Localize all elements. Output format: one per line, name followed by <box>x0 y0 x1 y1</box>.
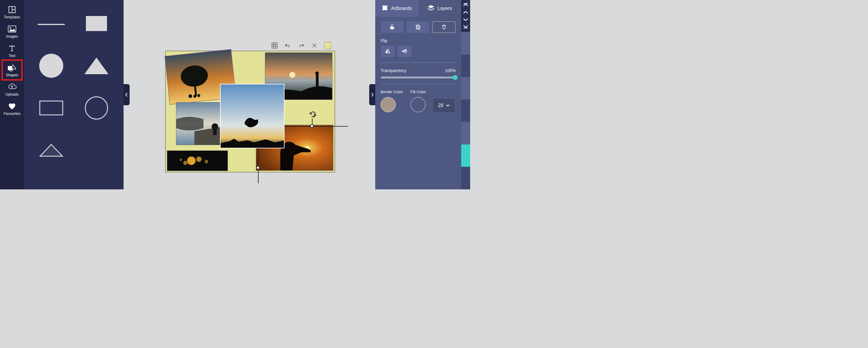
image-dock-reflection[interactable] <box>176 103 227 145</box>
images-icon <box>1 25 23 33</box>
nav-text[interactable]: Text <box>1 41 23 60</box>
border-width-value: 28 <box>438 103 443 108</box>
transparency-section: Transparency 100% <box>381 68 456 79</box>
svg-rect-5 <box>8 66 12 70</box>
svg-rect-48 <box>417 26 420 29</box>
tab-label: Artboards <box>391 6 412 11</box>
templates-icon <box>1 5 23 14</box>
svg-point-30 <box>212 123 218 130</box>
tab-layers[interactable]: Layers <box>418 0 461 17</box>
layer-cells <box>461 32 470 190</box>
svg-point-4 <box>10 27 11 29</box>
canvas-area[interactable] <box>124 0 375 190</box>
panel-tabs: Artboards Layers <box>375 0 461 17</box>
chevron-up-icon[interactable] <box>463 10 468 15</box>
nav-label: Favourites <box>4 112 21 116</box>
nav-favourites[interactable]: Favourites <box>1 99 23 118</box>
properties-panel: Artboards Layers Flip <box>375 0 461 190</box>
svg-point-36 <box>183 161 187 165</box>
flip-section: Flip <box>381 38 456 57</box>
transparency-slider[interactable] <box>381 77 456 79</box>
border-color-swatch[interactable] <box>381 97 396 112</box>
color-section: Border Color Fill Color 28 <box>381 90 456 112</box>
tab-artboards[interactable]: Artboards <box>375 0 418 17</box>
slider-thumb[interactable] <box>453 75 458 80</box>
fill-color-swatch[interactable] <box>410 97 426 112</box>
shape-line[interactable] <box>38 21 65 27</box>
fill-color-block: Fill Color <box>410 90 426 112</box>
nav-uploads[interactable]: Uploads <box>1 80 23 99</box>
svg-point-28 <box>315 71 319 75</box>
svg-rect-46 <box>390 27 394 29</box>
svg-rect-47 <box>416 25 419 28</box>
shape-triangle-filled[interactable] <box>84 58 108 76</box>
copy-button[interactable] <box>407 21 430 33</box>
delete-button[interactable] <box>432 21 456 33</box>
artboard-fill-chip[interactable] <box>324 42 331 49</box>
unlock-icon <box>390 24 395 30</box>
collapse-right-panel[interactable] <box>369 84 375 105</box>
svg-rect-41 <box>383 6 387 10</box>
layer-cell[interactable] <box>461 55 470 77</box>
artboards-icon <box>381 4 388 12</box>
flip-h-icon <box>384 48 391 55</box>
rotate-handle-icon[interactable] <box>309 110 317 120</box>
shape-rect-filled[interactable] <box>86 16 107 32</box>
tab-label: Layers <box>438 6 452 11</box>
svg-rect-32 <box>221 84 284 148</box>
shape-rect-outline[interactable] <box>39 100 63 117</box>
layer-order-controls <box>461 0 470 32</box>
flip-v-icon <box>401 49 408 54</box>
layer-cell[interactable] <box>461 122 470 144</box>
redo-icon[interactable] <box>298 42 304 49</box>
layer-cell-selected[interactable] <box>461 144 470 167</box>
chevron-down-icon[interactable] <box>463 17 468 22</box>
action-buttons <box>381 21 456 33</box>
transparency-value: 100% <box>445 68 456 73</box>
trash-icon <box>441 24 447 30</box>
border-color-block: Border Color <box>381 90 403 112</box>
favourites-icon <box>1 102 23 110</box>
nav-images[interactable]: Images <box>1 22 23 41</box>
app-root: Templates Images Text Shapes Uploads <box>0 0 470 190</box>
flip-label: Flip <box>381 38 456 43</box>
undo-icon[interactable] <box>284 42 291 49</box>
collapse-down-icon[interactable] <box>463 24 468 30</box>
image-sparks[interactable] <box>167 151 227 171</box>
nav-shapes[interactable]: Shapes <box>1 60 23 80</box>
lock-button[interactable] <box>381 21 404 33</box>
svg-rect-27 <box>316 75 318 88</box>
shape-triangle-outline[interactable] <box>39 144 63 158</box>
shape-circle-outline[interactable] <box>84 96 108 121</box>
layer-cell[interactable] <box>461 99 470 122</box>
copy-icon <box>415 24 421 30</box>
svg-point-38 <box>180 158 182 161</box>
nav-label: Uploads <box>5 92 19 96</box>
nav-label: Templates <box>4 15 21 19</box>
shapes-icon <box>1 63 23 72</box>
collapse-left-panel[interactable] <box>124 84 130 105</box>
svg-point-6 <box>9 67 13 71</box>
collapse-up-icon[interactable] <box>463 2 468 8</box>
nav-templates[interactable]: Templates <box>1 2 23 22</box>
panel-body: Flip Transparency 100% Border Color <box>375 17 461 117</box>
flip-horizontal-button[interactable] <box>381 46 395 57</box>
svg-point-37 <box>205 160 208 164</box>
grid-icon[interactable] <box>271 42 278 49</box>
border-color-label: Border Color <box>381 90 403 94</box>
border-width-picker[interactable]: 28 <box>433 99 455 112</box>
layer-cell[interactable] <box>461 32 470 55</box>
flip-vertical-button[interactable] <box>398 46 411 57</box>
svg-rect-12 <box>272 43 277 48</box>
close-icon[interactable] <box>311 42 318 49</box>
layer-cell[interactable] <box>461 167 470 190</box>
left-toolbar: Templates Images Text Shapes Uploads <box>0 0 24 190</box>
svg-point-35 <box>196 156 202 162</box>
shape-circle-filled[interactable] <box>39 54 63 79</box>
svg-point-11 <box>85 97 107 119</box>
layers-icon <box>427 5 435 12</box>
transparency-label: Transparency <box>381 68 406 73</box>
nav-label: Shapes <box>6 73 19 77</box>
image-jump-skyline[interactable] <box>221 84 284 148</box>
layer-cell[interactable] <box>461 77 470 99</box>
